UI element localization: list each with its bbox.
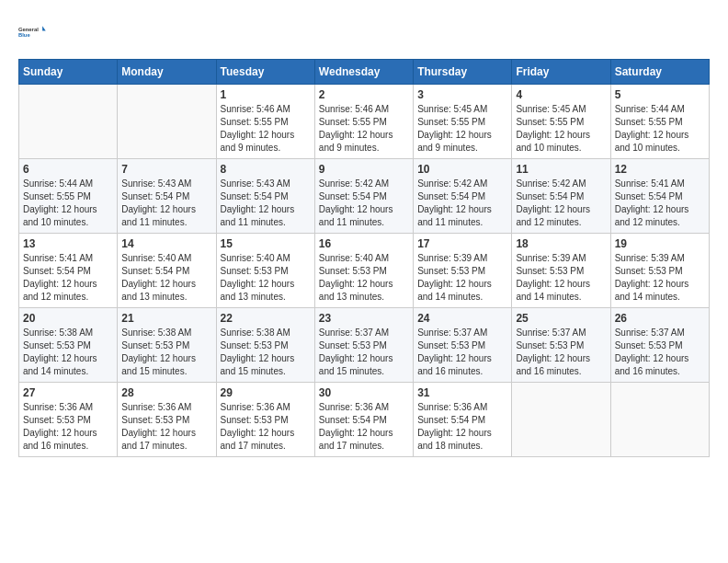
weekday-header-row: SundayMondayTuesdayWednesdayThursdayFrid… (19, 60, 710, 85)
calendar-cell: 7Sunrise: 5:43 AM Sunset: 5:54 PM Daylig… (118, 159, 216, 234)
calendar-cell: 21Sunrise: 5:38 AM Sunset: 5:53 PM Dayli… (118, 308, 216, 383)
logo-icon: GeneralBlue (18, 18, 51, 44)
calendar-cell: 4Sunrise: 5:45 AM Sunset: 5:55 PM Daylig… (512, 85, 610, 159)
calendar-cell: 22Sunrise: 5:38 AM Sunset: 5:53 PM Dayli… (216, 308, 314, 383)
calendar-cell: 14Sunrise: 5:40 AM Sunset: 5:54 PM Dayli… (118, 234, 216, 308)
calendar-cell (610, 383, 709, 457)
weekday-saturday: Saturday (610, 60, 709, 85)
day-info: Sunrise: 5:38 AM Sunset: 5:53 PM Dayligh… (221, 327, 311, 378)
calendar-week-2: 6Sunrise: 5:44 AM Sunset: 5:55 PM Daylig… (19, 159, 710, 234)
calendar-cell: 25Sunrise: 5:37 AM Sunset: 5:53 PM Dayli… (512, 308, 610, 383)
day-info: Sunrise: 5:41 AM Sunset: 5:54 PM Dayligh… (615, 178, 705, 229)
day-number: 15 (221, 237, 311, 250)
day-number: 10 (417, 163, 507, 176)
calendar-cell: 9Sunrise: 5:42 AM Sunset: 5:54 PM Daylig… (314, 159, 413, 234)
calendar-header: SundayMondayTuesdayWednesdayThursdayFrid… (19, 60, 710, 85)
calendar-cell: 8Sunrise: 5:43 AM Sunset: 5:54 PM Daylig… (216, 159, 314, 234)
day-number: 7 (121, 163, 211, 176)
day-info: Sunrise: 5:42 AM Sunset: 5:54 PM Dayligh… (319, 178, 409, 229)
calendar-cell: 1Sunrise: 5:46 AM Sunset: 5:55 PM Daylig… (216, 85, 314, 159)
calendar-cell (118, 85, 216, 159)
day-info: Sunrise: 5:36 AM Sunset: 5:53 PM Dayligh… (121, 401, 211, 453)
weekday-wednesday: Wednesday (314, 60, 413, 85)
calendar-cell: 16Sunrise: 5:40 AM Sunset: 5:53 PM Dayli… (314, 234, 413, 308)
day-info: Sunrise: 5:46 AM Sunset: 5:55 PM Dayligh… (319, 103, 409, 155)
calendar-table: SundayMondayTuesdayWednesdayThursdayFrid… (18, 59, 710, 457)
calendar-cell: 26Sunrise: 5:37 AM Sunset: 5:53 PM Dayli… (610, 308, 709, 383)
day-number: 11 (516, 163, 606, 176)
day-info: Sunrise: 5:39 AM Sunset: 5:53 PM Dayligh… (516, 252, 606, 304)
calendar-cell: 3Sunrise: 5:45 AM Sunset: 5:55 PM Daylig… (414, 85, 512, 159)
weekday-thursday: Thursday (414, 60, 512, 85)
calendar-body: 1Sunrise: 5:46 AM Sunset: 5:55 PM Daylig… (19, 85, 710, 457)
svg-text:General: General (18, 27, 39, 32)
day-number: 1 (221, 88, 311, 101)
day-number: 9 (319, 163, 409, 176)
calendar-cell: 5Sunrise: 5:44 AM Sunset: 5:55 PM Daylig… (610, 85, 709, 159)
day-info: Sunrise: 5:37 AM Sunset: 5:53 PM Dayligh… (319, 327, 409, 378)
day-number: 31 (417, 386, 507, 399)
calendar-cell: 18Sunrise: 5:39 AM Sunset: 5:53 PM Dayli… (512, 234, 610, 308)
day-number: 25 (516, 312, 606, 325)
day-info: Sunrise: 5:39 AM Sunset: 5:53 PM Dayligh… (615, 252, 705, 304)
weekday-monday: Monday (118, 60, 216, 85)
day-info: Sunrise: 5:43 AM Sunset: 5:54 PM Dayligh… (121, 178, 211, 229)
day-number: 22 (221, 312, 311, 325)
calendar-cell: 2Sunrise: 5:46 AM Sunset: 5:55 PM Daylig… (314, 85, 413, 159)
calendar-cell: 19Sunrise: 5:39 AM Sunset: 5:53 PM Dayli… (610, 234, 709, 308)
calendar-cell: 24Sunrise: 5:37 AM Sunset: 5:53 PM Dayli… (414, 308, 512, 383)
logo: GeneralBlue (18, 18, 51, 44)
day-info: Sunrise: 5:38 AM Sunset: 5:53 PM Dayligh… (121, 327, 211, 378)
day-number: 2 (319, 88, 409, 101)
day-info: Sunrise: 5:37 AM Sunset: 5:53 PM Dayligh… (615, 327, 705, 378)
calendar-cell: 6Sunrise: 5:44 AM Sunset: 5:55 PM Daylig… (19, 159, 118, 234)
page-header: GeneralBlue (18, 18, 710, 44)
day-info: Sunrise: 5:44 AM Sunset: 5:55 PM Dayligh… (615, 103, 705, 155)
calendar-cell (512, 383, 610, 457)
day-info: Sunrise: 5:42 AM Sunset: 5:54 PM Dayligh… (516, 178, 606, 229)
calendar-week-3: 13Sunrise: 5:41 AM Sunset: 5:54 PM Dayli… (19, 234, 710, 308)
day-info: Sunrise: 5:41 AM Sunset: 5:54 PM Dayligh… (23, 252, 113, 304)
day-number: 23 (319, 312, 409, 325)
day-info: Sunrise: 5:36 AM Sunset: 5:53 PM Dayligh… (221, 401, 311, 453)
calendar-cell: 31Sunrise: 5:36 AM Sunset: 5:54 PM Dayli… (414, 383, 512, 457)
day-number: 12 (615, 163, 705, 176)
day-info: Sunrise: 5:38 AM Sunset: 5:53 PM Dayligh… (23, 327, 113, 378)
day-number: 30 (319, 386, 409, 399)
day-info: Sunrise: 5:40 AM Sunset: 5:53 PM Dayligh… (319, 252, 409, 304)
calendar-cell: 17Sunrise: 5:39 AM Sunset: 5:53 PM Dayli… (414, 234, 512, 308)
calendar-week-1: 1Sunrise: 5:46 AM Sunset: 5:55 PM Daylig… (19, 85, 710, 159)
day-number: 21 (121, 312, 211, 325)
day-number: 20 (23, 312, 113, 325)
day-info: Sunrise: 5:39 AM Sunset: 5:53 PM Dayligh… (417, 252, 507, 304)
calendar-cell: 15Sunrise: 5:40 AM Sunset: 5:53 PM Dayli… (216, 234, 314, 308)
day-info: Sunrise: 5:45 AM Sunset: 5:55 PM Dayligh… (516, 103, 606, 155)
calendar-cell: 20Sunrise: 5:38 AM Sunset: 5:53 PM Dayli… (19, 308, 118, 383)
day-info: Sunrise: 5:42 AM Sunset: 5:54 PM Dayligh… (417, 178, 507, 229)
calendar-cell: 10Sunrise: 5:42 AM Sunset: 5:54 PM Dayli… (414, 159, 512, 234)
day-number: 17 (417, 237, 507, 250)
day-info: Sunrise: 5:37 AM Sunset: 5:53 PM Dayligh… (417, 327, 507, 378)
calendar-week-4: 20Sunrise: 5:38 AM Sunset: 5:53 PM Dayli… (19, 308, 710, 383)
day-number: 3 (417, 88, 507, 101)
calendar-cell: 23Sunrise: 5:37 AM Sunset: 5:53 PM Dayli… (314, 308, 413, 383)
weekday-sunday: Sunday (19, 60, 118, 85)
weekday-tuesday: Tuesday (216, 60, 314, 85)
day-info: Sunrise: 5:45 AM Sunset: 5:55 PM Dayligh… (417, 103, 507, 155)
calendar-cell: 13Sunrise: 5:41 AM Sunset: 5:54 PM Dayli… (19, 234, 118, 308)
calendar-cell: 28Sunrise: 5:36 AM Sunset: 5:53 PM Dayli… (118, 383, 216, 457)
day-number: 27 (23, 386, 113, 399)
svg-text:Blue: Blue (18, 32, 30, 38)
calendar-cell: 12Sunrise: 5:41 AM Sunset: 5:54 PM Dayli… (610, 159, 709, 234)
calendar-cell: 11Sunrise: 5:42 AM Sunset: 5:54 PM Dayli… (512, 159, 610, 234)
svg-marker-2 (42, 26, 46, 30)
day-number: 19 (615, 237, 705, 250)
day-number: 13 (23, 237, 113, 250)
day-info: Sunrise: 5:40 AM Sunset: 5:53 PM Dayligh… (221, 252, 311, 304)
day-number: 29 (221, 386, 311, 399)
day-info: Sunrise: 5:44 AM Sunset: 5:55 PM Dayligh… (23, 178, 113, 229)
day-number: 8 (221, 163, 311, 176)
day-info: Sunrise: 5:36 AM Sunset: 5:54 PM Dayligh… (417, 401, 507, 453)
day-info: Sunrise: 5:43 AM Sunset: 5:54 PM Dayligh… (221, 178, 311, 229)
day-info: Sunrise: 5:36 AM Sunset: 5:53 PM Dayligh… (23, 401, 113, 453)
